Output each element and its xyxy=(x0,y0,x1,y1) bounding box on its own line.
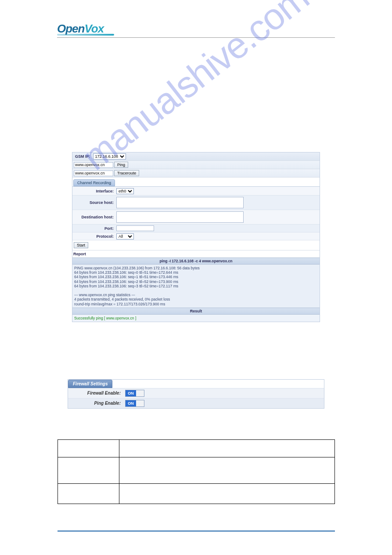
port-row: Port: xyxy=(72,225,320,232)
desc-r2c1 xyxy=(58,457,119,483)
desc-r1c1 xyxy=(58,439,119,457)
destination-host-label: Destination host: xyxy=(72,215,116,219)
report-header: Report xyxy=(72,250,320,258)
toggle-on-label: ON xyxy=(126,400,136,406)
header: OpenVox xyxy=(57,22,335,38)
start-row: Start xyxy=(72,240,320,250)
gsm-ip-select[interactable]: 172.16.6.108 xyxy=(93,153,126,160)
toggle-off-side xyxy=(136,400,144,406)
ping-enable-label: Ping Enable: xyxy=(68,401,125,406)
traceroute-row: Traceroute xyxy=(72,169,320,178)
ping-enable-toggle[interactable]: ON xyxy=(125,400,144,407)
source-host-input[interactable] xyxy=(116,197,244,208)
desc-r2c2 xyxy=(119,457,334,483)
interface-label: Interface: xyxy=(72,189,116,193)
logo: OpenVox xyxy=(57,22,104,35)
firewall-enable-label: Firewall Enable: xyxy=(68,391,125,395)
logo-part2: Vox xyxy=(84,22,104,35)
gsm-ip-label: GSM IP: xyxy=(75,154,90,159)
traceroute-host-input[interactable] xyxy=(74,170,113,176)
port-label: Port: xyxy=(72,226,116,231)
footer-bar xyxy=(58,530,335,532)
start-button[interactable]: Start xyxy=(74,242,88,248)
ping-host-input[interactable] xyxy=(74,162,113,168)
ping-row: Ping xyxy=(72,161,320,169)
success-message: Successfully ping [ www.openvox.cn ] xyxy=(72,315,320,322)
firewall-panel: Firewall Settings Firewall Enable: ON Pi… xyxy=(68,379,324,409)
description-table xyxy=(58,439,335,504)
interface-row: Interface: eth0 xyxy=(72,187,320,196)
firewall-settings-tab[interactable]: Firewall Settings xyxy=(68,380,112,388)
protocol-select[interactable]: All xyxy=(116,233,134,239)
traceroute-button[interactable]: Traceroute xyxy=(114,170,139,176)
destination-host-input[interactable] xyxy=(116,211,244,223)
ping-enable-row: Ping Enable: ON xyxy=(68,398,324,408)
logo-part1: Open xyxy=(57,22,84,35)
firewall-enable-toggle[interactable]: ON xyxy=(125,390,144,397)
network-tools-panel: GSM IP: 172.16.6.108 Ping Traceroute Cha… xyxy=(72,152,320,322)
gsm-ip-row: GSM IP: 172.16.6.108 xyxy=(72,152,320,161)
table-row xyxy=(58,483,334,504)
table-row xyxy=(58,439,334,457)
ping-button[interactable]: Ping xyxy=(114,162,128,168)
interface-select[interactable]: eth0 xyxy=(116,188,134,194)
ping-command-title: ping -I 172.16.6.108 -c 4 www.openvox.cn xyxy=(72,258,320,265)
source-host-label: Source host: xyxy=(72,200,116,205)
toggle-on-label: ON xyxy=(126,390,136,396)
port-input[interactable] xyxy=(116,225,154,231)
destination-host-row: Destination host: xyxy=(72,210,320,225)
result-bar: Result xyxy=(72,308,320,315)
channel-recording-tab[interactable]: Channel Recording xyxy=(73,179,115,186)
firewall-enable-row: Firewall Enable: ON xyxy=(68,388,324,398)
toggle-off-side xyxy=(136,390,144,396)
desc-r3c1 xyxy=(58,483,119,504)
protocol-row: Protocol: All xyxy=(72,232,320,240)
ping-output: PING www.openvox.cn (104.233.238.106) fr… xyxy=(72,265,320,308)
desc-r1c2 xyxy=(119,439,334,457)
source-host-row: Source host: xyxy=(72,196,320,210)
table-row xyxy=(58,457,334,483)
firewall-tab-row: Firewall Settings xyxy=(68,380,324,388)
desc-r3c2 xyxy=(119,483,334,504)
protocol-label: Protocol: xyxy=(72,234,116,239)
channel-tab-row: Channel Recording xyxy=(72,178,320,187)
